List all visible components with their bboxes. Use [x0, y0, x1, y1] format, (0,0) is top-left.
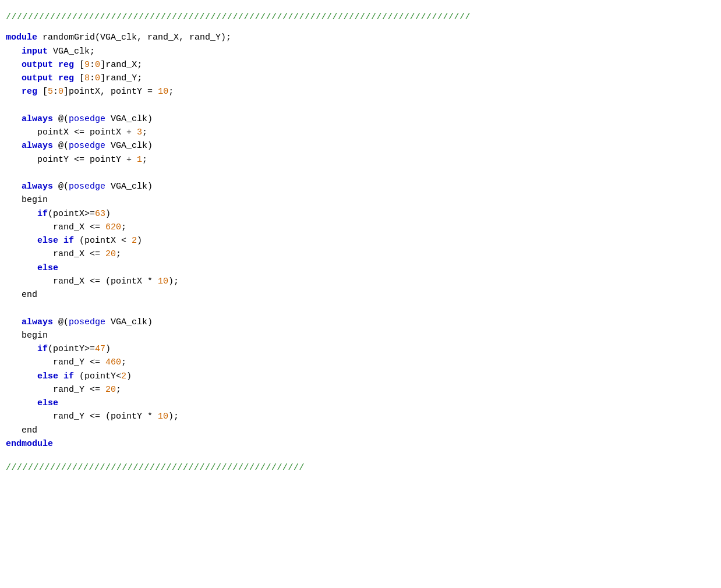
else-if-pointx-lt-2: else if (pointX < 2)	[6, 234, 715, 247]
else-2: else	[6, 396, 715, 410]
if-pointx-ge-63: if(pointX>=63)	[6, 207, 715, 221]
bottom-comment-divider: ////////////////////////////////////////…	[0, 455, 721, 479]
always-block-3: always @(posedge VGA_clk)	[6, 180, 715, 193]
top-comment-divider: ////////////////////////////////////////…	[0, 6, 721, 26]
blank-line-3	[6, 302, 715, 315]
code-editor: ////////////////////////////////////////…	[0, 0, 721, 588]
end-2: end	[6, 424, 715, 437]
end-1: end	[6, 288, 715, 302]
else-1: else	[6, 261, 715, 275]
blank-line-1	[6, 99, 715, 112]
pointx-increment: pointX <= pointX + 3;	[6, 126, 715, 139]
randx-assign-20: rand_X <= 20;	[6, 247, 715, 261]
begin-1: begin	[6, 193, 715, 207]
randy-assign-460: rand_Y <= 460;	[6, 356, 715, 369]
blank-line-2	[6, 167, 715, 180]
always-block-1: always @(posedge VGA_clk)	[6, 112, 715, 126]
if-pointy-ge-47: if(pointY>=47)	[6, 342, 715, 356]
endmodule: endmodule	[6, 437, 715, 451]
output-reg-x: output reg [9:0]rand_X;	[6, 58, 715, 72]
reg-declaration: reg [5:0]pointX, pointY = 10;	[6, 85, 715, 98]
begin-2: begin	[6, 329, 715, 342]
randx-assign-620: rand_X <= 620;	[6, 221, 715, 234]
input-declaration: input VGA_clk;	[6, 45, 715, 58]
randx-assign-expr: rand_X <= (pointX * 10);	[6, 275, 715, 288]
randy-assign-20: rand_Y <= 20;	[6, 383, 715, 396]
else-if-pointy-lt-2: else if (pointY<2)	[6, 370, 715, 383]
always-block-2: always @(posedge VGA_clk)	[6, 139, 715, 153]
pointy-increment: pointY <= pointY + 1;	[6, 153, 715, 167]
code-block: module randomGrid(VGA_clk, rand_X, rand_…	[0, 26, 721, 455]
module-declaration: module randomGrid(VGA_clk, rand_X, rand_…	[6, 31, 715, 44]
output-reg-y: output reg [8:0]rand_Y;	[6, 72, 715, 85]
randy-assign-expr: rand_Y <= (pointY * 10);	[6, 410, 715, 423]
always-block-4: always @(posedge VGA_clk)	[6, 316, 715, 329]
